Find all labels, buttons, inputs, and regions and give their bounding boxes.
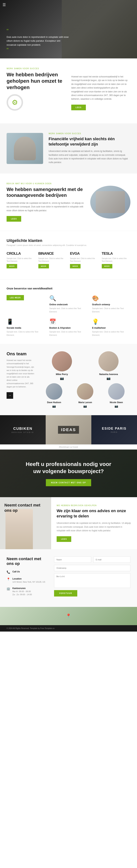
hero-quote-text: Duis aute irure dolor in reprehenderit i… (6, 35, 69, 47)
text-omzet: Hoewel we naast het eerste schoonmaakbed… (71, 75, 131, 101)
hero-hamburger[interactable]: ☰ (3, 3, 6, 7)
natasha-photo (99, 351, 118, 371)
hero-section: ☰ " Duis aute irure dolor in reprehender… (0, 0, 137, 58)
bottom-left-title: Neemt contact met ons op (4, 503, 47, 513)
label-samengewerkt: Bekijk wat wij voor u kunnen doen (6, 183, 85, 185)
contact-item-call: 📞 Call Us (6, 570, 47, 574)
btn-lees-bottom[interactable]: Lees (57, 536, 71, 542)
nicole-name: Nicole Steen (102, 401, 131, 404)
mike-name: Mike Perry (40, 373, 84, 376)
dave-photo (46, 383, 62, 400)
service-title-1: Online onderzoek (49, 303, 88, 306)
btn-meer-3[interactable]: MEER (70, 264, 81, 269)
team-member-natasha: Natasha Ivanova 📷 (87, 351, 131, 380)
service-title-4: Boeken & Afspraken (49, 327, 88, 329)
team-info: Ons team Hoewel we naast het eerste scho… (6, 351, 35, 399)
hero-content: " Duis aute irure dolor in reprehenderit… (6, 28, 69, 53)
client-desc-4: Sample text. Click to select the Text El… (102, 257, 131, 262)
service-text-3: Sample text. Click to select the Text El… (6, 330, 45, 337)
btn-lees-1[interactable]: Lees (71, 104, 86, 110)
gear-icon: ⚙ (6, 94, 23, 111)
services-header: Onze beservice van wereldkwaliteit (6, 287, 131, 290)
bottom-right-label: We hebben bedrijven geholpen (57, 504, 132, 506)
form-message-input[interactable] (54, 573, 131, 588)
service-online-onderzoek: 🔍 Online onderzoek Sample text. Click to… (49, 295, 88, 313)
team-member-maria: Maria Larson 📷 (71, 383, 99, 408)
service-text-1: Sample text. Click to select the Text El… (49, 307, 88, 313)
section-samengewerkt: Bekijk wat wij voor u kunnen doen We heb… (0, 174, 137, 231)
portfolio-section: CUBIKEN DESIGN STUDIO IDEAS ESIDE PARIS … (0, 415, 137, 450)
service-icon-calendar: 📅 (49, 318, 88, 325)
footer-map: 📍 (0, 607, 137, 625)
client-logo-evga: EVGA Sample text. Click to select the Te… (70, 251, 99, 269)
title-samengewerkt: We hebben samengewerkt met de toonaangev… (6, 186, 85, 198)
title-vrijheid: Financiële vrijheid kan slechts één tele… (49, 136, 131, 147)
section-omzet: Werk samen voor succes We hebben bedrijv… (0, 58, 137, 123)
btn-read-more[interactable]: LEE MEER (6, 295, 24, 300)
mike-instagram-icon[interactable]: 📷 (60, 376, 64, 380)
service-icon-email: 💡 (92, 318, 131, 325)
logo-evga: EVGA (70, 251, 99, 256)
bottom-left: Neemt contact met ons op (0, 497, 51, 549)
section-omzet-left: Werk samen voor succes We hebben bedrijv… (6, 67, 66, 114)
cubiken-logo: CUBIKEN (13, 427, 32, 431)
maria-name: Maria Larson (71, 401, 99, 404)
contact-left: Neem contact met ons op 📞 Call Us 📍 Loca… (6, 557, 47, 600)
label-vrijheid: Werk samen voor succes (49, 132, 131, 134)
service-icon-social: 📱 (6, 318, 45, 325)
team-title: Ons team (6, 351, 35, 356)
form-name-input[interactable] (54, 557, 91, 563)
cta-button[interactable]: NEEM CONTACT MET ONS OP (46, 479, 91, 486)
team-section: Ons team Hoewel we naast het eerste scho… (0, 344, 137, 415)
service-email: 💡 E-mailbeheer Sample text. Click to sel… (92, 318, 131, 337)
ideas-logo: IDEAS (61, 427, 76, 432)
team-row-2: Dave Hudson 📷 Maria Larson 📷 Nicole Stee… (40, 383, 131, 408)
team-members: Mike Perry 📷 Natasha Ivanova 📷 Dave Huds… (40, 351, 131, 408)
btn-lees-3[interactable]: Lees (6, 216, 21, 222)
form-email-input[interactable] (93, 557, 131, 563)
team-text: Hoewel we naast het eerste schoonmaakbed… (6, 359, 35, 389)
dave-instagram-icon[interactable]: 📷 (52, 405, 56, 408)
maria-instagram-icon[interactable]: 📷 (83, 405, 87, 408)
team-row-1: Mike Perry 📷 Natasha Ivanova 📷 (40, 351, 131, 380)
cta-section: Heeft u professionals nodig voor uw volg… (0, 450, 137, 497)
services-row2: 📱 Sociale media Sample text. Click to se… (6, 318, 131, 337)
btn-meer-2[interactable]: MEER (38, 264, 49, 269)
clients-title: Uitgelichte klanten (6, 238, 131, 243)
portfolio-caption: Afbeeldingen op freepik (0, 444, 137, 450)
team-member-nicole: Nicole Steen 📷 (102, 383, 131, 408)
service-text-2: Sample text. Click to select the Text El… (92, 307, 131, 313)
nicole-photo (108, 383, 125, 400)
phone-icon: 📞 (6, 570, 10, 574)
title-omzet: We hebben bedrijven geholpen hun omzet t… (6, 71, 66, 91)
bottom-right: We hebben bedrijven geholpen We zijn kla… (51, 497, 137, 549)
service-title-5: E-mailbeheer (92, 327, 131, 329)
services-section: Onze beservice van wereldkwaliteit LEE M… (0, 279, 137, 344)
service-title-2: Grafisch ontwerp (92, 303, 131, 306)
bottom-right-text: Uitverorderd similar de cupidatat est la… (57, 521, 132, 532)
cta-title: Heeft u professionals nodig voor uw volg… (23, 461, 114, 475)
portfolio-item-cubiken: CUBIKEN DESIGN STUDIO (0, 415, 46, 444)
client-desc-1: Sample text. Click to select the Text El… (6, 257, 35, 262)
logo-binance: BINANCE (38, 251, 67, 256)
building-icon: 🏢 (6, 587, 10, 590)
services-row1: LEE MEER 🔍 Online onderzoek Sample text.… (6, 295, 131, 313)
nicole-instagram-icon[interactable]: 📷 (114, 405, 118, 408)
contact-item-location: 📍 Location 123 Street, New York, NY 1012… (6, 578, 47, 584)
form-submit-button[interactable]: VERSTUUR (54, 590, 77, 596)
clients-subtitle: Paragraaf. Lorem ipsum dolor sit amet, c… (6, 244, 131, 246)
quote-close-icon: " (6, 47, 8, 53)
contact-value-hours: Ma-Vr: 09:00 - 06:00 Za - Zo: 09:00 - 14… (12, 590, 32, 596)
team-layout: Ons team Hoewel we naast het eerste scho… (6, 351, 131, 408)
btn-meer-4[interactable]: MEER (102, 264, 112, 269)
btn-meer-1[interactable]: MEER (6, 264, 17, 269)
team-arrow-btn[interactable]: → (6, 392, 13, 399)
client-logo-tesla: TESLA Sample text. Click to select the T… (102, 251, 131, 269)
location-icon: 📍 (6, 578, 10, 581)
natasha-instagram-icon[interactable]: 📷 (107, 376, 111, 380)
bottom-split: Neemt contact met ons op We hebben bedri… (0, 497, 137, 549)
form-subject-input[interactable] (54, 565, 131, 571)
clients-section: Uitgelichte klanten Paragraaf. Lorem ips… (0, 231, 137, 279)
service-boeken: 📅 Boeken & Afspraken Sample text. Click … (49, 318, 88, 337)
team-member-mike: Mike Perry 📷 (40, 351, 84, 380)
